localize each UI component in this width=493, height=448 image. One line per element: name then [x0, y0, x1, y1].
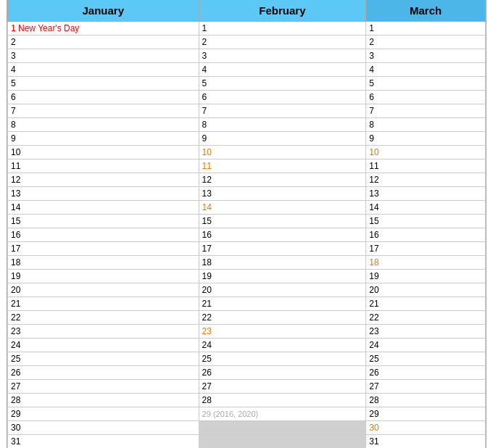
- feb-cell: 6: [199, 91, 366, 104]
- jan-cell: 5: [8, 77, 199, 91]
- jan-cell: 24: [8, 339, 199, 352]
- feb-cell: 10: [199, 146, 366, 159]
- table-row: 111111: [8, 159, 486, 173]
- feb-cell: 9: [199, 132, 366, 146]
- calendar-container: January February March 1 New Year's Day1…: [7, 0, 486, 448]
- feb-cell: 17: [199, 242, 366, 256]
- table-row: 131313: [8, 187, 486, 201]
- table-row: 2929 (2016, 2020)29: [8, 407, 486, 421]
- feb-cell: 20: [199, 283, 366, 297]
- mar-cell: 12: [366, 173, 486, 187]
- mar-cell: 3: [366, 49, 486, 63]
- table-row: 222222: [8, 311, 486, 325]
- mar-cell: 31: [366, 435, 486, 449]
- table-row: 252525: [8, 352, 486, 366]
- mar-cell: 10: [366, 146, 486, 159]
- jan-cell: 27: [8, 380, 199, 394]
- table-row: 666: [8, 91, 486, 104]
- table-row: 999: [8, 132, 486, 146]
- mar-cell: 28: [366, 394, 486, 407]
- jan-cell: 13: [8, 187, 199, 201]
- table-row: 1 New Year's Day11: [8, 22, 486, 36]
- mar-cell: 13: [366, 187, 486, 201]
- mar-cell: 27: [366, 380, 486, 394]
- mar-cell: 18: [366, 256, 486, 270]
- mar-cell: 17: [366, 242, 486, 256]
- feb-cell: 11: [199, 159, 366, 173]
- jan-cell: 25: [8, 352, 199, 366]
- feb-cell: 27: [199, 380, 366, 394]
- mar-cell: 19: [366, 270, 486, 283]
- feb-cell: 5: [199, 77, 366, 91]
- feb-cell: 15: [199, 215, 366, 228]
- jan-cell: 17: [8, 242, 199, 256]
- feb-cell: 1: [199, 22, 366, 36]
- mar-cell: 22: [366, 311, 486, 325]
- table-row: 3131: [8, 435, 486, 449]
- mar-cell: 25: [366, 352, 486, 366]
- mar-cell: 23: [366, 325, 486, 339]
- jan-cell: 12: [8, 173, 199, 187]
- mar-cell: 8: [366, 118, 486, 132]
- mar-cell: 11: [366, 159, 486, 173]
- february-header: February: [199, 0, 366, 22]
- feb-cell: 16: [199, 228, 366, 242]
- mar-cell: 7: [366, 104, 486, 118]
- feb-cell: [199, 421, 366, 435]
- jan-cell: 8: [8, 118, 199, 132]
- jan-cell: 18: [8, 256, 199, 270]
- feb-cell: 26: [199, 366, 366, 380]
- jan-cell: 10: [8, 146, 199, 159]
- table-row: 272727: [8, 380, 486, 394]
- january-header: January: [8, 0, 199, 22]
- table-row: 262626: [8, 366, 486, 380]
- table-row: 282828: [8, 394, 486, 407]
- jan-cell: 29: [8, 407, 199, 421]
- jan-cell: 11: [8, 159, 199, 173]
- feb-cell: [199, 435, 366, 449]
- jan-cell: 26: [8, 366, 199, 380]
- mar-cell: 30: [366, 421, 486, 435]
- mar-cell: 4: [366, 63, 486, 77]
- feb-cell: 3: [199, 49, 366, 63]
- mar-cell: 15: [366, 215, 486, 228]
- march-header: March: [366, 0, 486, 22]
- feb-cell: 2: [199, 36, 366, 49]
- jan-cell: 6: [8, 91, 199, 104]
- table-row: 101010: [8, 146, 486, 159]
- mar-cell: 5: [366, 77, 486, 91]
- jan-cell: 19: [8, 270, 199, 283]
- feb-cell: 14: [199, 201, 366, 215]
- feb-cell: 24: [199, 339, 366, 352]
- mar-cell: 1: [366, 22, 486, 36]
- feb-cell: 23: [199, 325, 366, 339]
- mar-cell: 26: [366, 366, 486, 380]
- table-row: 444: [8, 63, 486, 77]
- jan-cell: 3: [8, 49, 199, 63]
- jan-cell: 4: [8, 63, 199, 77]
- mar-cell: 14: [366, 201, 486, 215]
- mar-cell: 16: [366, 228, 486, 242]
- jan-cell: 9: [8, 132, 199, 146]
- table-row: 888: [8, 118, 486, 132]
- feb-cell: 13: [199, 187, 366, 201]
- feb-cell: 7: [199, 104, 366, 118]
- jan-cell: 15: [8, 215, 199, 228]
- feb-cell: 12: [199, 173, 366, 187]
- jan-cell: 23: [8, 325, 199, 339]
- feb-cell: 18: [199, 256, 366, 270]
- feb-cell: 8: [199, 118, 366, 132]
- table-row: 161616: [8, 228, 486, 242]
- table-row: 242424: [8, 339, 486, 352]
- feb-cell: 22: [199, 311, 366, 325]
- feb-cell: 28: [199, 394, 366, 407]
- table-row: 555: [8, 77, 486, 91]
- table-row: 121212: [8, 173, 486, 187]
- table-row: 151515: [8, 215, 486, 228]
- jan-cell: 28: [8, 394, 199, 407]
- table-row: 3030: [8, 421, 486, 435]
- table-row: 181818: [8, 256, 486, 270]
- jan-cell: 30: [8, 421, 199, 435]
- feb-cell: 29 (2016, 2020): [199, 407, 366, 421]
- feb-cell: 4: [199, 63, 366, 77]
